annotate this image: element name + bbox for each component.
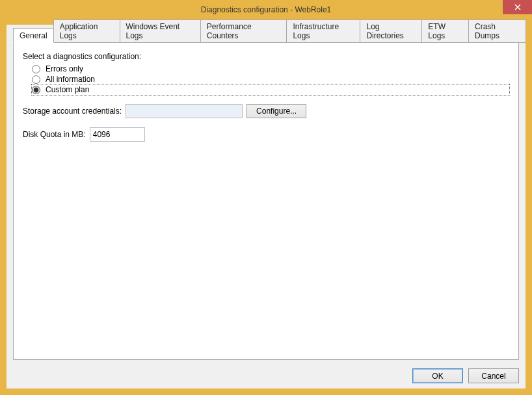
configure-button[interactable]: Configure...	[246, 104, 306, 118]
radio-row-custom-plan[interactable]: Custom plan	[32, 84, 509, 95]
close-icon	[514, 3, 521, 12]
client-area: General Application Logs Windows Event L…	[7, 25, 525, 389]
storage-credentials-field[interactable]	[126, 104, 243, 118]
select-config-label: Select a diagnostics configuration:	[23, 52, 509, 61]
radio-all-information[interactable]	[32, 75, 40, 84]
tab-crash-dumps[interactable]: Crash Dumps	[468, 19, 526, 43]
radio-label-all-information: All information	[46, 75, 95, 84]
quota-row: Disk Quota in MB:	[23, 127, 509, 142]
tabstrip: General Application Logs Windows Event L…	[7, 25, 525, 43]
tab-application-logs[interactable]: Application Logs	[53, 19, 120, 43]
radio-errors-only[interactable]	[32, 65, 40, 73]
dialog-footer: OK Cancel	[412, 368, 519, 383]
window-title: Diagnostics configuration - WebRole1	[201, 5, 332, 14]
radio-row-all-information[interactable]: All information	[32, 74, 509, 84]
tab-log-directories[interactable]: Log Directories	[360, 19, 422, 43]
tab-general[interactable]: General	[13, 28, 54, 43]
titlebar: Diagnostics configuration - WebRole1	[0, 0, 532, 19]
tabpage-general: Select a diagnostics configuration: Erro…	[13, 42, 519, 360]
ok-button[interactable]: OK	[412, 368, 463, 383]
quota-label: Disk Quota in MB:	[23, 130, 86, 139]
cancel-button[interactable]: Cancel	[468, 368, 519, 383]
config-radio-group: Errors only All information Custom plan	[32, 64, 509, 95]
radio-row-errors-only[interactable]: Errors only	[32, 64, 509, 74]
disk-quota-input[interactable]	[90, 127, 145, 142]
radio-custom-plan[interactable]	[32, 86, 40, 94]
radio-label-errors-only: Errors only	[46, 64, 83, 73]
radio-label-custom-plan: Custom plan	[46, 85, 89, 94]
tab-performance-counters[interactable]: Performance Counters	[200, 19, 287, 43]
storage-label: Storage account credentials:	[23, 107, 122, 116]
tab-windows-event-logs[interactable]: Windows Event Logs	[120, 19, 201, 43]
tab-etw-logs[interactable]: ETW Logs	[421, 19, 469, 43]
tab-infrastructure-logs[interactable]: Infrastructure Logs	[286, 19, 360, 43]
close-button[interactable]	[503, 0, 532, 14]
dialog-window: Diagnostics configuration - WebRole1 Gen…	[0, 0, 532, 395]
storage-row: Storage account credentials: Configure..…	[23, 104, 509, 118]
